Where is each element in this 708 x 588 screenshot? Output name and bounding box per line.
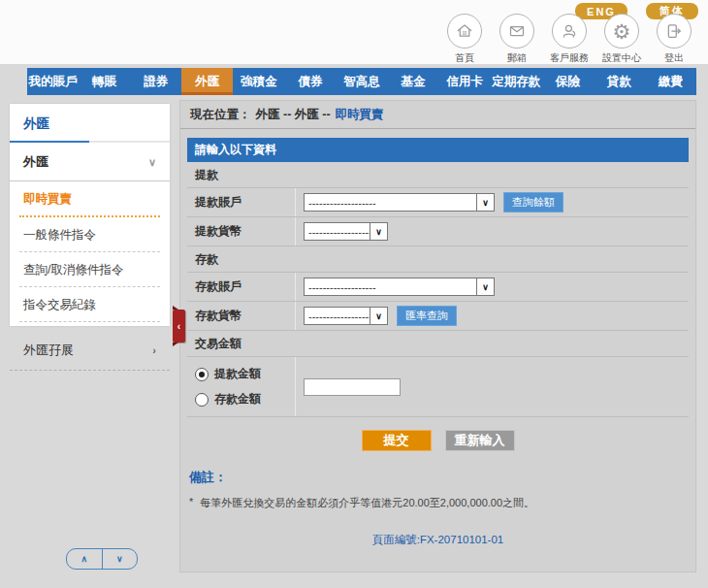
amount-input[interactable] [304, 378, 401, 396]
chevron-down-icon: ∨ [476, 194, 494, 211]
sidebar-item-instant-trade[interactable]: 即時買賣 [19, 181, 160, 217]
nav-item-funds[interactable]: 基金 [388, 68, 439, 95]
amount-row: 提款金額 存款金額 [187, 357, 689, 417]
check-balance-button[interactable]: 查詢餘額 [503, 192, 563, 212]
chevron-down-icon: ∨ [476, 278, 494, 295]
withdraw-account-row: 提款賬戶 ------------------- ∨ 查詢餘額 [187, 188, 689, 217]
sidebar-pager: ∧ ∨ [66, 548, 138, 570]
withdraw-section-header: 提款 [187, 162, 689, 188]
main-nav: 我的賬戶 轉賬 證券 外匯 強積金 債券 智高息 基金 信用卡 定期存款 保險 … [27, 68, 696, 95]
note-bullet: * [189, 496, 193, 510]
home-label: 首頁 [455, 51, 474, 65]
settings-shortcut[interactable]: ⚙ 設置中心 [595, 14, 648, 65]
mail-label: 郵箱 [507, 51, 527, 65]
nav-item-time-deposit[interactable]: 定期存款 [491, 68, 542, 95]
pager-up-button[interactable]: ∧ [67, 549, 103, 569]
nav-item-payments[interactable]: 繳費 [645, 68, 696, 95]
withdraw-currency-value: ------------------- [305, 223, 370, 240]
withdraw-account-label: 提款賬戶 [187, 188, 296, 216]
radio-selected-icon [195, 368, 209, 381]
page-number: 頁面編號:FX-20710101-01 [189, 533, 687, 547]
header: ENG 简体 首頁 郵箱 [0, 0, 708, 64]
deposit-section-header: 存款 [187, 246, 689, 273]
deposit-account-value: ------------------- [305, 278, 476, 295]
chevron-left-icon: ‹ [177, 321, 180, 332]
customer-service-label: 客戶服務 [550, 51, 589, 65]
nav-item-transfer[interactable]: 轉賬 [79, 68, 130, 95]
sidebar-title: 外匯 [10, 104, 170, 141]
customer-service-icon [552, 14, 587, 49]
deposit-amount-radio-label: 存款金額 [214, 391, 261, 408]
deposit-account-label: 存款賬戶 [187, 273, 296, 301]
breadcrumb-path: 外匯 -- 外匯 -- [256, 107, 331, 123]
nav-item-securities[interactable]: 證券 [130, 68, 181, 95]
nav-item-mpf[interactable]: 強積金 [233, 68, 284, 95]
withdraw-currency-row: 提款貨幣 ------------------- ∨ [187, 217, 689, 246]
sidebar: 外匯 外匯 ∨ 即時買賣 一般條件指令 查詢/取消條件指令 指令交易紀錄 外匯孖… [10, 104, 170, 572]
sidebar-menu-card: 外匯 外匯 ∨ 即時買賣 一般條件指令 查詢/取消條件指令 指令交易紀錄 [10, 104, 170, 326]
rate-check-button[interactable]: 匯率查詢 [397, 306, 457, 326]
home-icon [447, 14, 482, 49]
nav-item-bonds[interactable]: 債券 [284, 68, 336, 95]
notes-section: 備註： * 每筆外匯兌換交易的金額必須介乎等值港元20.00至2,000,000… [189, 469, 687, 547]
sidebar-collapse-button[interactable]: ‹ [173, 310, 185, 343]
nav-item-fx[interactable]: 外匯 [181, 68, 233, 95]
chevron-down-icon: ∨ [148, 156, 156, 169]
main-content: ‹ 現在位置： 外匯 -- 外匯 -- 即時買賣 請輸入以下資料 提款 提款賬戶… [179, 100, 696, 572]
logout-icon [657, 14, 692, 49]
breadcrumb-prefix: 現在位置： [190, 107, 251, 123]
submit-button[interactable]: 提交 [362, 430, 432, 451]
sidebar-item-label: 外匯孖展 [23, 342, 74, 359]
fx-instant-trade-form: 請輸入以下資料 提款 提款賬戶 ------------------- ∨ 查詢… [187, 138, 689, 451]
chevron-down-icon: ∨ [370, 308, 387, 324]
settings-label: 設置中心 [602, 51, 641, 65]
settings-icon: ⚙ [604, 14, 639, 49]
home-shortcut[interactable]: 首頁 [438, 14, 491, 65]
nav-item-insurance[interactable]: 保險 [542, 68, 594, 95]
reset-button[interactable]: 重新輸入 [445, 430, 515, 451]
quick-icon-bar: 首頁 郵箱 客戶服務 ⚙ [438, 14, 700, 65]
form-actions: 提交 重新輸入 [187, 430, 689, 451]
deposit-currency-row: 存款貨幣 ------------------- ∨ 匯率查詢 [187, 302, 689, 331]
withdraw-amount-radio-label: 提款金額 [214, 366, 261, 382]
withdraw-currency-label: 提款貨幣 [187, 217, 296, 245]
withdraw-currency-select[interactable]: ------------------- ∨ [304, 222, 388, 241]
radio-unselected-icon [195, 393, 209, 407]
form-header: 請輸入以下資料 [187, 138, 689, 162]
chevron-right-icon: › [152, 344, 156, 356]
sidebar-item-query-cancel-order[interactable]: 查詢/取消條件指令 [19, 252, 160, 287]
deposit-currency-value: ------------------- [305, 308, 370, 324]
sidebar-group-fx[interactable]: 外匯 ∨ [10, 143, 170, 181]
amount-section-header: 交易金額 [187, 331, 689, 357]
logout-shortcut[interactable]: 登出 [648, 14, 700, 65]
deposit-account-row: 存款賬戶 ------------------- ∨ [187, 273, 689, 302]
breadcrumb: 現在位置： 外匯 -- 外匯 -- 即時買賣 [180, 101, 695, 129]
note-text: 每筆外匯兌換交易的金額必須介乎等值港元20.00至2,000,000.00之間。 [200, 496, 534, 510]
deposit-currency-label: 存款貨幣 [187, 302, 296, 330]
nav-item-loans[interactable]: 貸款 [594, 68, 645, 95]
notes-title: 備註： [189, 469, 687, 486]
customer-service-shortcut[interactable]: 客戶服務 [543, 14, 595, 65]
withdraw-account-value: ------------------- [305, 194, 476, 211]
withdraw-amount-radio[interactable]: 提款金額 [195, 366, 261, 382]
note-line: * 每筆外匯兌換交易的金額必須介乎等值港元20.00至2,000,000.00之… [189, 496, 687, 510]
mail-icon [499, 14, 534, 49]
mail-shortcut[interactable]: 郵箱 [491, 14, 543, 65]
nav-item-my-accounts[interactable]: 我的賬戶 [27, 68, 79, 95]
pager-down-button[interactable]: ∨ [103, 549, 138, 569]
sidebar-item-fx-margin[interactable]: 外匯孖展 › [10, 329, 170, 371]
sidebar-title-divider [10, 141, 170, 143]
deposit-account-select[interactable]: ------------------- ∨ [304, 278, 495, 296]
nav-item-credit-card[interactable]: 信用卡 [439, 68, 491, 95]
chevron-down-icon: ∨ [370, 223, 387, 240]
deposit-amount-radio[interactable]: 存款金額 [195, 391, 261, 408]
deposit-currency-select[interactable]: ------------------- ∨ [304, 307, 388, 325]
sidebar-group-label: 外匯 [23, 153, 48, 171]
sidebar-item-order-history[interactable]: 指令交易紀錄 [19, 287, 160, 322]
withdraw-account-select[interactable]: ------------------- ∨ [304, 193, 495, 212]
sidebar-item-general-order[interactable]: 一般條件指令 [19, 217, 160, 252]
breadcrumb-current: 即時買賣 [336, 107, 384, 123]
nav-item-smart-interest[interactable]: 智高息 [336, 68, 387, 95]
logout-label: 登出 [664, 51, 684, 65]
